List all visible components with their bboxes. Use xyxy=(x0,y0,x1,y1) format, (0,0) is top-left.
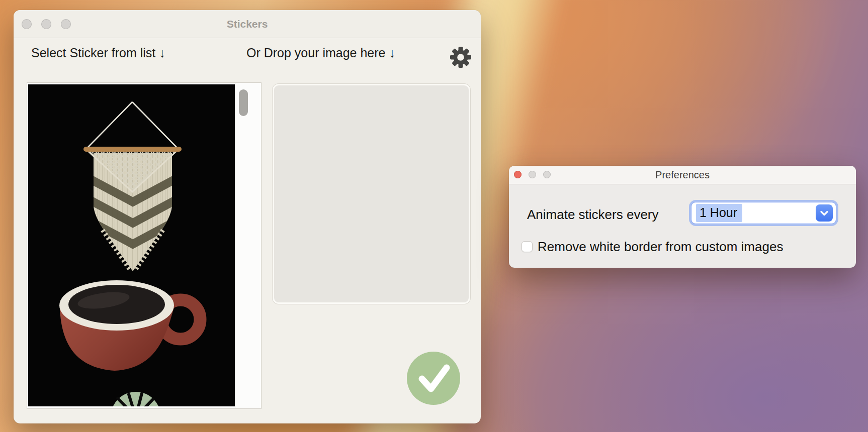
image-drop-zone[interactable] xyxy=(273,84,470,304)
gear-icon[interactable] xyxy=(450,46,472,68)
preferences-titlebar[interactable]: Preferences xyxy=(509,166,856,184)
sticker-macrame xyxy=(83,102,182,271)
remove-border-label: Remove white border from custom images xyxy=(538,239,783,255)
interval-selected-value: 1 Hour xyxy=(696,204,742,222)
interval-combobox-field[interactable]: 1 Hour xyxy=(691,202,836,224)
checkmark-icon xyxy=(407,352,460,405)
select-sticker-label: Select Sticker from list ↓ xyxy=(31,46,165,60)
stickers-window: Stickers Select Sticker from list ↓ Or D… xyxy=(14,10,481,423)
scrollbar-track[interactable] xyxy=(235,83,261,408)
remove-border-checkbox[interactable] xyxy=(522,241,533,252)
confirm-button[interactable] xyxy=(407,352,460,405)
stickers-titlebar[interactable]: Stickers xyxy=(14,10,481,38)
interval-combobox[interactable]: 1 Hour xyxy=(689,200,838,226)
sticker-coffee-cup xyxy=(59,280,200,371)
sticker-list[interactable] xyxy=(27,82,262,409)
drop-image-label: Or Drop your image here ↓ xyxy=(246,46,395,60)
scrollbar-thumb[interactable] xyxy=(239,89,248,116)
sticker-list-canvas[interactable] xyxy=(28,84,235,406)
chevron-down-icon xyxy=(818,207,830,219)
sticker-monstera-leaf xyxy=(111,392,161,406)
window-title: Preferences xyxy=(509,166,856,184)
preferences-window: Preferences Animate stickers every 1 Hou… xyxy=(509,166,856,268)
window-title: Stickers xyxy=(14,10,481,38)
animate-interval-label: Animate stickers every xyxy=(527,207,659,223)
combobox-dropdown-button[interactable] xyxy=(816,204,833,222)
